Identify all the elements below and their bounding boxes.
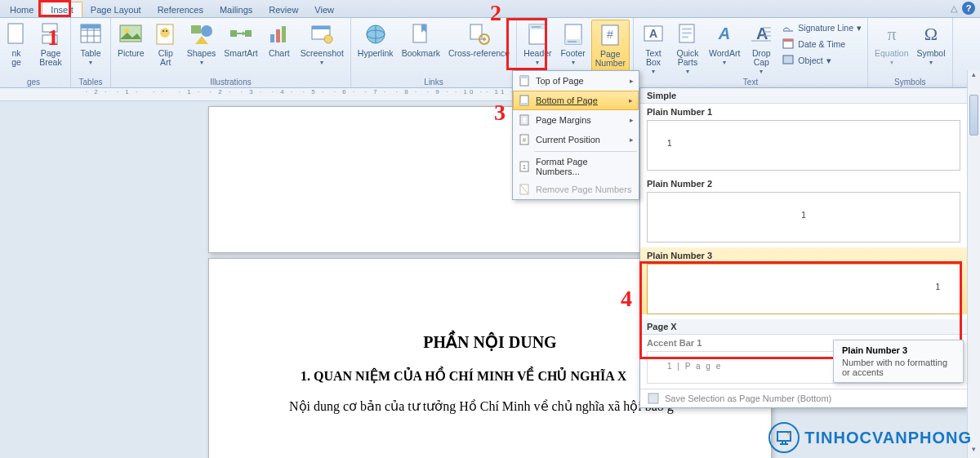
quickparts-button[interactable]: QuickParts▾ bbox=[671, 20, 704, 73]
textbox-button[interactable]: ATextBox▾ bbox=[637, 20, 670, 73]
page-bottom-icon bbox=[518, 94, 531, 107]
page-margins-icon bbox=[518, 113, 531, 127]
svg-rect-60 bbox=[520, 103, 528, 105]
group-text-label: Text bbox=[637, 77, 864, 87]
svg-point-16 bbox=[201, 25, 212, 37]
svg-point-75 bbox=[789, 434, 791, 436]
svg-point-74 bbox=[787, 433, 789, 434]
signature-icon bbox=[782, 20, 795, 35]
group-symbols-label: Symbols bbox=[871, 77, 948, 87]
svg-rect-43 bbox=[682, 32, 692, 34]
svg-point-14 bbox=[166, 30, 167, 32]
save-icon bbox=[647, 392, 660, 405]
help-icon[interactable]: ? bbox=[962, 2, 975, 15]
svg-text:A: A bbox=[756, 24, 768, 42]
tab-home[interactable]: Home bbox=[2, 2, 42, 17]
svg-rect-0 bbox=[8, 24, 23, 43]
gallery-item-plain-3[interactable]: Plain Number 3 1 bbox=[640, 247, 967, 314]
page-number-button[interactable]: #PageNumber▾ bbox=[591, 20, 630, 73]
svg-rect-21 bbox=[282, 26, 286, 42]
svg-rect-54 bbox=[783, 56, 793, 64]
svg-text:π: π bbox=[887, 24, 896, 44]
gallery-item-plain-1[interactable]: Plain Number 1 1 bbox=[640, 104, 967, 171]
object-icon bbox=[782, 53, 795, 68]
svg-rect-42 bbox=[682, 28, 692, 30]
svg-point-13 bbox=[163, 30, 164, 32]
table-button[interactable]: Table▾ bbox=[74, 20, 107, 73]
svg-text:1: 1 bbox=[523, 164, 526, 170]
scroll-thumb[interactable] bbox=[969, 95, 978, 136]
svg-rect-19 bbox=[270, 34, 274, 42]
ribbon: nkge PageBreak ges Table▾ Tables Picture… bbox=[0, 18, 980, 88]
symbol-button[interactable]: ΩSymbol▾ bbox=[913, 20, 948, 73]
group-tables-label: Tables bbox=[74, 77, 107, 87]
svg-rect-15 bbox=[191, 25, 201, 33]
group-pages-label: ges bbox=[0, 77, 67, 87]
page-top-icon bbox=[518, 74, 531, 87]
object-button[interactable]: Object ▾ bbox=[779, 52, 864, 69]
shapes-button[interactable]: Shapes▾ bbox=[184, 20, 220, 73]
tab-review[interactable]: Review bbox=[261, 2, 306, 17]
wordart-button[interactable]: AWordArt▾ bbox=[706, 20, 743, 73]
svg-rect-53 bbox=[783, 39, 793, 42]
screenshot-button[interactable]: Screenshot▾ bbox=[297, 20, 347, 73]
svg-rect-2 bbox=[42, 35, 57, 43]
footer-button[interactable]: Footer▾ bbox=[557, 20, 590, 73]
calendar-icon bbox=[782, 37, 795, 51]
picture-button[interactable]: Picture bbox=[114, 20, 148, 73]
header-button[interactable]: Header▾ bbox=[520, 20, 555, 73]
menu-current-position[interactable]: #Current Position▸ bbox=[513, 130, 639, 149]
tooltip-plain-number-3: Plain Number 3 Number with no formatting… bbox=[833, 340, 964, 383]
group-links-label: Links bbox=[354, 77, 513, 87]
menu-bottom-of-page[interactable]: Bottom of Page▸ bbox=[513, 91, 639, 110]
menu-format-page-numbers[interactable]: 1Format Page Numbers... bbox=[513, 153, 639, 180]
date-time-button[interactable]: Date & Time bbox=[779, 36, 864, 52]
svg-rect-20 bbox=[276, 29, 280, 42]
watermark-logo: TINHOCVANPHONG bbox=[768, 422, 972, 453]
cursor-icon: # bbox=[518, 133, 531, 146]
ribbon-minimize-icon[interactable]: △ bbox=[951, 3, 957, 14]
svg-rect-1 bbox=[42, 24, 57, 32]
smartart-button[interactable]: SmartArt bbox=[220, 20, 261, 73]
ribbon-tabs: Home Insert Page Layout References Maili… bbox=[0, 0, 980, 18]
gallery-category-page-x: Page X bbox=[640, 319, 967, 335]
svg-rect-44 bbox=[682, 36, 688, 38]
format-icon: 1 bbox=[518, 160, 531, 173]
svg-text:Ω: Ω bbox=[924, 24, 938, 44]
blank-page-button[interactable]: nkge bbox=[0, 20, 33, 73]
svg-point-24 bbox=[324, 35, 332, 43]
page-number-menu: Top of Page▸ Bottom of Page▸ Page Margin… bbox=[512, 70, 639, 200]
vertical-scrollbar[interactable]: ▴ ▾ bbox=[967, 70, 980, 458]
svg-rect-17 bbox=[230, 30, 237, 37]
remove-icon bbox=[518, 183, 531, 196]
hyperlink-button[interactable]: Hyperlink bbox=[354, 20, 397, 73]
scroll-up-icon[interactable]: ▴ bbox=[968, 70, 980, 83]
tab-page-layout[interactable]: Page Layout bbox=[82, 2, 149, 17]
chart-button[interactable]: Chart bbox=[263, 20, 296, 73]
signature-line-button[interactable]: Signature Line ▾ bbox=[779, 20, 864, 36]
bookmark-button[interactable]: Bookmark bbox=[399, 20, 443, 73]
gallery-item-plain-2[interactable]: Plain Number 2 1 bbox=[640, 176, 967, 242]
tab-view[interactable]: View bbox=[306, 2, 342, 17]
svg-point-10 bbox=[124, 29, 129, 33]
clipart-button[interactable]: ClipArt bbox=[149, 20, 182, 73]
crossref-button[interactable]: Cross-reference bbox=[445, 20, 513, 73]
menu-remove-page-numbers: Remove Page Numbers bbox=[513, 180, 639, 199]
menu-page-margins[interactable]: Page Margins▸ bbox=[513, 110, 639, 130]
tab-mailings[interactable]: Mailings bbox=[212, 2, 261, 17]
watermark-icon bbox=[768, 422, 800, 453]
equation-button[interactable]: πEquation▾ bbox=[871, 20, 911, 73]
svg-text:#: # bbox=[523, 136, 527, 144]
group-illustrations-label: Illustrations bbox=[114, 77, 347, 87]
tab-references[interactable]: References bbox=[149, 2, 212, 17]
svg-rect-23 bbox=[312, 26, 330, 29]
gallery-category-simple: Simple bbox=[640, 88, 967, 104]
svg-rect-58 bbox=[520, 76, 528, 78]
tab-insert[interactable]: Insert bbox=[42, 2, 82, 17]
page-break-button[interactable]: PageBreak bbox=[34, 20, 67, 73]
menu-top-of-page[interactable]: Top of Page▸ bbox=[513, 71, 639, 91]
dropcap-button[interactable]: ADropCap▾ bbox=[745, 20, 777, 73]
svg-text:#: # bbox=[607, 28, 613, 41]
svg-text:A: A bbox=[718, 24, 730, 42]
svg-text:A: A bbox=[649, 27, 657, 40]
